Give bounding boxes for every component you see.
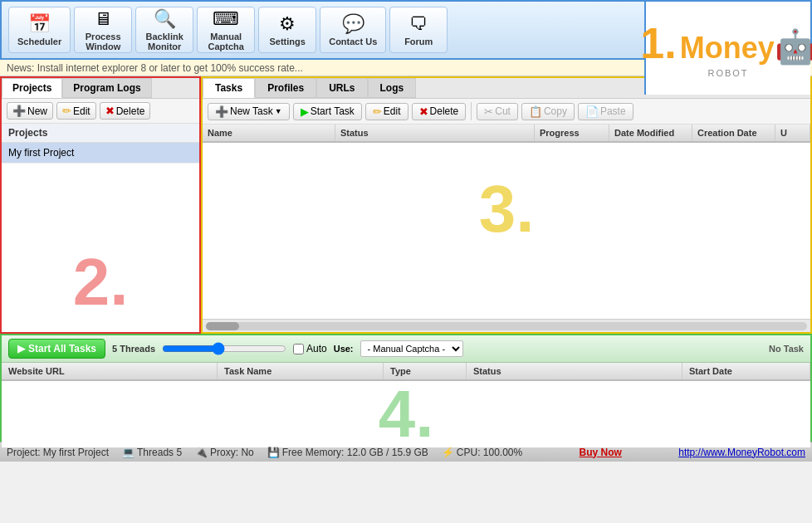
news-text: News: Install internet explorer 8 or lat… <box>7 62 303 74</box>
contact-us-icon: 💬 <box>342 13 364 35</box>
proxy-icon: 🔌 <box>195 447 208 458</box>
backlink-monitor-button[interactable]: 🔍 BacklinkMonitor <box>135 7 193 53</box>
forum-label: Forum <box>404 37 433 46</box>
tab-profiles[interactable]: Profiles <box>255 78 316 98</box>
paste-button[interactable]: 📄 Paste <box>578 103 633 120</box>
project-name: My first Project <box>8 147 74 159</box>
copy-button[interactable]: 📋 Copy <box>521 103 575 120</box>
edit-task-icon: ✏ <box>373 105 382 118</box>
threads-slider[interactable] <box>162 342 286 355</box>
left-toolbar: ➕ New ✏ Edit ✖ Delete <box>2 99 199 124</box>
watermark-3: 3. <box>203 143 810 276</box>
separator-1 <box>471 102 472 120</box>
paste-icon: 📄 <box>585 105 599 118</box>
status-threads: 💻 Threads 5 <box>122 447 182 458</box>
logo-sub: ROBOT <box>707 68 748 78</box>
edit-icon: ✏ <box>62 105 71 117</box>
process-window-icon: 🖥 <box>94 8 112 30</box>
start-task-button[interactable]: ▶ Start Task <box>293 103 362 120</box>
forum-button[interactable]: 🗨 Forum <box>389 7 448 53</box>
th-creation-date: Creation Date <box>692 125 775 141</box>
logo-number: 1. <box>640 18 676 68</box>
scheduler-icon: 📅 <box>28 13 51 35</box>
project-list: My first Project <box>2 143 199 232</box>
process-window-label: ProcessWindow <box>86 32 121 51</box>
no-task-label: No Task <box>769 344 804 354</box>
edit-task-button[interactable]: ✏ Edit <box>365 103 408 120</box>
manual-captcha-button[interactable]: ⌨ ManualCaptcha <box>197 7 255 53</box>
toolbar: 📅 Scheduler 🖥 ProcessWindow 🔍 BacklinkMo… <box>0 0 812 60</box>
delete-icon: ✖ <box>105 105 115 117</box>
threads-status-label: Threads 5 <box>137 447 182 458</box>
tab-projects[interactable]: Projects <box>2 78 62 98</box>
watermark-4: 4. <box>2 381 810 447</box>
threads-slider-container <box>162 342 286 355</box>
start-task-icon: ▶ <box>301 105 309 118</box>
tab-tasks[interactable]: Tasks <box>203 78 255 98</box>
new-icon: ➕ <box>12 105 26 117</box>
left-tabs: Projects Program Logs <box>2 78 199 99</box>
delete-project-button[interactable]: ✖ Delete <box>100 102 151 120</box>
captcha-select[interactable]: - Manual Captcha - <box>360 340 463 357</box>
bth-status: Status <box>467 363 682 379</box>
buy-now-link[interactable]: Buy Now <box>580 447 622 458</box>
threads-label: 5 Threads <box>112 344 155 354</box>
new-project-button[interactable]: ➕ New <box>7 102 53 120</box>
start-all-label: Start All Tasks <box>28 343 96 354</box>
cut-button[interactable]: ✂ Cut <box>477 103 518 120</box>
tab-program-logs[interactable]: Program Logs <box>62 78 151 98</box>
left-panel: Projects Program Logs ➕ New ✏ Edit ✖ Del… <box>0 76 201 334</box>
right-toolbar: ➕ New Task ▼ ▶ Start Task ✏ Edit ✖ Delet… <box>203 99 810 125</box>
cut-icon: ✂ <box>484 105 493 118</box>
hscroll-track[interactable] <box>206 322 807 330</box>
main-content: Projects Program Logs ➕ New ✏ Edit ✖ Del… <box>0 76 812 334</box>
scheduler-button[interactable]: 📅 Scheduler <box>8 7 71 53</box>
bottom-toolbar: ▶ Start All Tasks 5 Threads Auto Use: - … <box>2 335 810 363</box>
settings-icon: ⚙ <box>279 13 296 35</box>
bth-start-date: Start Date <box>682 363 810 379</box>
horizontal-scrollbar[interactable] <box>203 319 810 332</box>
status-proxy: 🔌 Proxy: No <box>195 447 254 458</box>
th-name: Name <box>203 125 335 141</box>
delete-task-button[interactable]: ✖ Delete <box>412 103 467 120</box>
projects-label: Projects <box>2 124 199 143</box>
bth-website-url: Website URL <box>2 363 218 379</box>
status-project-label: Project: <box>7 447 41 458</box>
edit-project-button[interactable]: ✏ Edit <box>56 102 96 120</box>
tab-urls[interactable]: URLs <box>316 78 367 98</box>
contact-us-button[interactable]: 💬 Contact Us <box>320 7 386 53</box>
copy-icon: 📋 <box>529 105 542 118</box>
new-task-button[interactable]: ➕ New Task ▼ <box>208 103 290 120</box>
start-all-icon: ▶ <box>17 343 25 354</box>
auto-label: Auto <box>306 343 327 354</box>
task-table-header: Name Status Progress Date Modified Creat… <box>203 125 810 143</box>
auto-checkbox-container: Auto <box>293 343 327 354</box>
hscroll-thumb[interactable] <box>206 322 239 330</box>
settings-button[interactable]: ⚙ Settings <box>258 7 316 53</box>
auto-checkbox[interactable] <box>293 344 304 354</box>
logo-name: Money <box>680 31 775 66</box>
new-task-dropdown-icon[interactable]: ▼ <box>275 107 282 115</box>
start-all-tasks-button[interactable]: ▶ Start All Tasks <box>8 339 105 359</box>
bottom-panel: ▶ Start All Tasks 5 Threads Auto Use: - … <box>0 334 812 442</box>
th-progress: Progress <box>535 125 609 141</box>
process-window-button[interactable]: 🖥 ProcessWindow <box>74 7 132 53</box>
backlink-monitor-label: BacklinkMonitor <box>146 32 183 51</box>
th-u: U <box>775 125 810 141</box>
threads-status-icon: 💻 <box>122 447 135 458</box>
right-panel: Tasks Profiles URLs Logs ➕ New Task ▼ ▶ … <box>201 76 812 334</box>
backlink-monitor-icon: 🔍 <box>154 8 176 30</box>
delete-task-icon: ✖ <box>419 105 428 118</box>
project-item[interactable]: My first Project <box>2 143 199 164</box>
bth-task-name: Task Name <box>218 363 384 379</box>
tab-logs[interactable]: Logs <box>368 78 417 98</box>
logo-area: 1. Money 🤖 ROBOT <box>644 2 810 95</box>
settings-label: Settings <box>269 37 305 46</box>
use-label: Use: <box>334 344 354 354</box>
status-project-name: My first Project <box>43 447 109 458</box>
bottom-table-body: 4. <box>2 381 810 447</box>
website-url-link[interactable]: http://www.MoneyRobot.com <box>678 447 805 458</box>
th-status: Status <box>335 125 535 141</box>
manual-captcha-label: ManualCaptcha <box>208 32 243 51</box>
task-table-body: 3. <box>203 143 810 319</box>
